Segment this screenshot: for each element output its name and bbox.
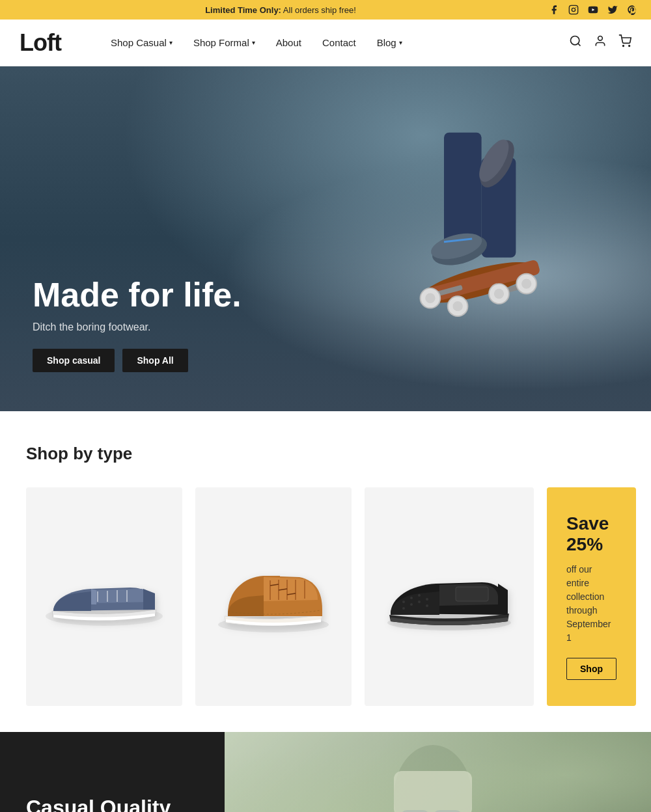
announcement-message: All orders ship free! bbox=[283, 5, 356, 15]
chevron-down-icon: ▾ bbox=[169, 39, 173, 46]
shoe-image-black bbox=[378, 538, 521, 655]
account-icon[interactable] bbox=[594, 34, 607, 51]
social-icons-group bbox=[548, 4, 638, 16]
hero-image bbox=[339, 66, 612, 411]
chevron-down-icon: ▾ bbox=[252, 39, 255, 46]
svg-point-8 bbox=[629, 46, 630, 47]
bottom-banner: Casual Quality with comfort and style. A… bbox=[0, 732, 651, 812]
svg-point-6 bbox=[598, 36, 603, 41]
shop-section-title: Shop by type bbox=[26, 444, 625, 464]
youtube-icon[interactable] bbox=[587, 4, 599, 16]
header: Loft Shop Casual ▾ Shop Formal ▾ About C… bbox=[0, 20, 651, 66]
nav-shop-casual[interactable]: Shop Casual ▾ bbox=[100, 20, 183, 66]
shoe-image-tan bbox=[208, 538, 339, 655]
shop-by-type-section: Shop by type bbox=[0, 411, 651, 732]
shop-all-button[interactable]: Shop All bbox=[122, 349, 187, 372]
svg-point-21 bbox=[425, 293, 435, 303]
shoe-image-blue bbox=[39, 538, 169, 655]
main-nav: Shop Casual ▾ Shop Formal ▾ About Contac… bbox=[100, 20, 569, 66]
logo[interactable]: Loft bbox=[20, 29, 61, 57]
hero-content: Made for life. Ditch the boring footwear… bbox=[0, 277, 242, 411]
svg-point-23 bbox=[452, 301, 462, 311]
cart-icon[interactable] bbox=[618, 34, 631, 51]
svg-rect-9 bbox=[444, 133, 482, 245]
hero-section: Made for life. Ditch the boring footwear… bbox=[0, 66, 651, 411]
shop-casual-button[interactable]: Shop casual bbox=[33, 349, 115, 372]
svg-rect-0 bbox=[569, 5, 577, 14]
instagram-icon[interactable] bbox=[568, 4, 579, 16]
svg-point-25 bbox=[494, 289, 504, 299]
promo-title: Save 25% bbox=[566, 513, 616, 555]
svg-rect-56 bbox=[394, 771, 472, 812]
svg-point-46 bbox=[402, 607, 405, 610]
pinterest-icon[interactable] bbox=[626, 4, 638, 16]
svg-point-44 bbox=[410, 597, 413, 599]
promo-shop-button[interactable]: Shop bbox=[566, 658, 616, 680]
chevron-down-icon: ▾ bbox=[399, 39, 402, 46]
product-card-black-loafer[interactable] bbox=[365, 487, 534, 706]
search-icon[interactable] bbox=[569, 34, 582, 51]
nav-blog[interactable]: Blog ▾ bbox=[367, 20, 413, 66]
announcement-bar: Limited Time Only: All orders ship free! bbox=[0, 0, 651, 20]
nav-contact[interactable]: Contact bbox=[312, 20, 367, 66]
product-grid: Save 25% off our entire collection throu… bbox=[26, 487, 625, 706]
nav-shop-formal[interactable]: Shop Formal ▾ bbox=[183, 20, 266, 66]
svg-point-7 bbox=[623, 46, 624, 47]
hero-title: Made for life. bbox=[33, 277, 242, 314]
bottom-photo-panel bbox=[225, 732, 651, 812]
svg-point-49 bbox=[426, 598, 428, 601]
promo-description: off our entire collection through Septem… bbox=[566, 563, 616, 645]
promo-card: Save 25% off our entire collection throu… bbox=[547, 487, 636, 706]
svg-point-43 bbox=[402, 601, 405, 603]
hero-buttons: Shop casual Shop All bbox=[33, 349, 242, 372]
svg-point-48 bbox=[418, 601, 421, 603]
svg-point-50 bbox=[426, 604, 428, 607]
svg-point-45 bbox=[418, 594, 421, 597]
facebook-icon[interactable] bbox=[548, 4, 560, 16]
announcement-prefix: Limited Time Only: bbox=[205, 5, 281, 15]
svg-line-5 bbox=[578, 44, 581, 46]
bottom-dark-panel: Casual Quality with comfort and style. A… bbox=[0, 732, 225, 812]
svg-point-4 bbox=[571, 36, 579, 45]
header-actions bbox=[569, 34, 631, 51]
svg-point-47 bbox=[410, 603, 413, 606]
nav-about[interactable]: About bbox=[266, 20, 312, 66]
svg-point-2 bbox=[575, 7, 576, 8]
svg-point-1 bbox=[572, 8, 575, 11]
svg-rect-51 bbox=[456, 587, 488, 601]
bottom-banner-title: Casual Quality bbox=[26, 796, 199, 812]
hero-subtitle: Ditch the boring footwear. bbox=[33, 321, 242, 333]
product-card-blue-sneaker[interactable] bbox=[26, 487, 182, 706]
svg-point-27 bbox=[521, 278, 531, 288]
twitter-icon[interactable] bbox=[607, 4, 618, 16]
product-card-tan-boot[interactable] bbox=[195, 487, 352, 706]
